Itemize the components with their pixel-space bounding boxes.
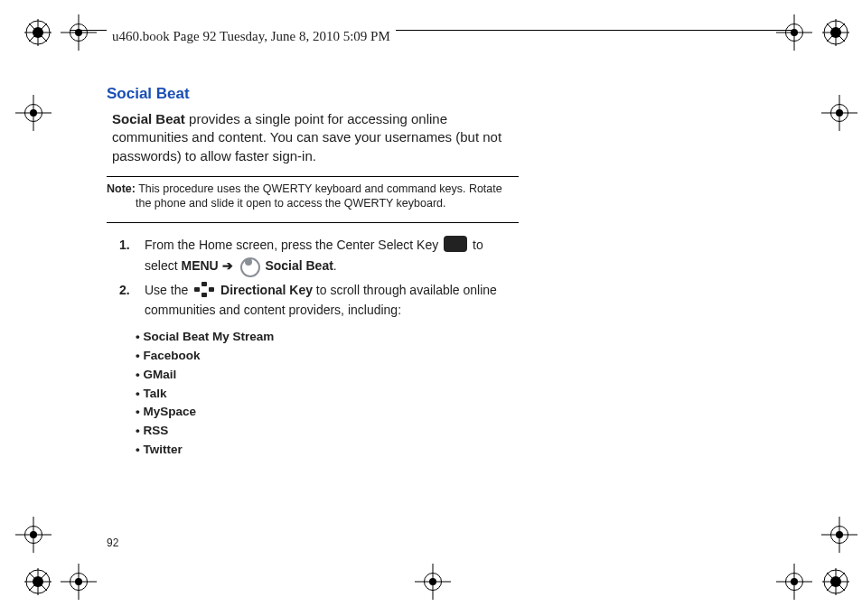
cropmark-icon: [61, 564, 97, 600]
step-2-pre: Use the: [145, 283, 192, 297]
cropmark-icon: [776, 14, 812, 51]
step-number: 2.: [119, 281, 130, 301]
list-item: GMail: [136, 366, 519, 385]
intro-bold: Social Beat: [112, 111, 185, 126]
regmark-icon: [24, 568, 52, 595]
social-beat-label: Social Beat: [265, 258, 333, 273]
cropmark-icon: [776, 564, 812, 600]
arrow-icon: ➔: [222, 258, 237, 273]
step-1-post: .: [333, 258, 337, 273]
note-text-1: This procedure uses the QWERTY keyboard …: [136, 182, 502, 195]
cropmark-icon: [821, 517, 857, 553]
regmark-icon: [24, 19, 52, 46]
directional-key-label: Directional Key: [220, 283, 313, 297]
social-beat-app-icon: [239, 256, 258, 275]
section-title: Social Beat: [107, 85, 519, 103]
page-number: 92: [107, 537, 118, 549]
list-item: Social Beat My Stream: [136, 328, 519, 347]
center-select-key-icon: [444, 236, 467, 252]
list-item: MySpace: [136, 403, 519, 422]
step-number: 1.: [119, 236, 130, 256]
cropmark-icon: [821, 95, 857, 131]
cropmark-icon: [15, 95, 52, 131]
cropmark-icon: [415, 564, 451, 600]
list-item: Twitter: [136, 441, 519, 460]
steps-list: 1. From the Home screen, press the Cente…: [119, 236, 519, 321]
step-2: 2. Use the Directional Key to scroll thr…: [119, 281, 519, 320]
note-text-2: the phone and slide it open to access th…: [136, 197, 446, 210]
step-1: 1. From the Home screen, press the Cente…: [119, 236, 519, 275]
divider: [107, 176, 519, 178]
header-filename: u460.book Page 92 Tuesday, June 8, 2010 …: [107, 29, 396, 44]
directional-key-icon: [194, 282, 214, 296]
list-item: RSS: [136, 422, 519, 441]
regmark-icon: [822, 19, 849, 46]
list-item: Facebook: [136, 347, 519, 366]
regmark-icon: [822, 568, 849, 595]
divider: [107, 222, 519, 224]
cropmark-icon: [15, 517, 52, 553]
intro-paragraph: Social Beat provides a single point for …: [112, 110, 519, 165]
menu-label: MENU: [181, 258, 218, 273]
note-block: Note: This procedure uses the QWERTY key…: [107, 182, 519, 210]
providers-list: Social Beat My Stream Facebook GMail Tal…: [136, 328, 519, 460]
note-label: Note:: [107, 182, 136, 195]
list-item: Talk: [136, 385, 519, 404]
content-column: Social Beat Social Beat provides a singl…: [107, 85, 519, 460]
step-1-pre: From the Home screen, press the Center S…: [145, 238, 442, 252]
cropmark-icon: [61, 14, 97, 51]
